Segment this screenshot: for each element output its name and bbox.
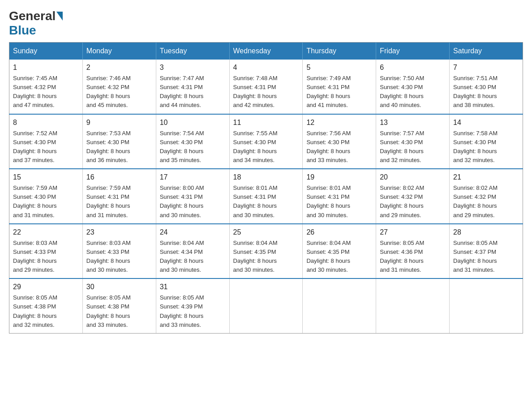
day-info: Sunrise: 7:46 AMSunset: 4:32 PMDaylight:…: [86, 75, 131, 108]
calendar-day-cell: 18 Sunrise: 8:01 AMSunset: 4:31 PMDaylig…: [229, 169, 303, 224]
calendar-day-cell: 22 Sunrise: 8:03 AMSunset: 4:33 PMDaylig…: [9, 224, 83, 279]
weekday-header-saturday: Saturday: [450, 43, 523, 60]
calendar-header-row: SundayMondayTuesdayWednesdayThursdayFrid…: [9, 43, 523, 60]
calendar-week-row: 1 Sunrise: 7:45 AMSunset: 4:32 PMDayligh…: [9, 60, 523, 114]
day-number: 4: [233, 62, 299, 73]
day-info: Sunrise: 8:03 AMSunset: 4:33 PMDaylight:…: [86, 240, 131, 273]
day-number: 24: [160, 227, 226, 238]
day-info: Sunrise: 8:03 AMSunset: 4:33 PMDaylight:…: [13, 240, 57, 273]
day-info: Sunrise: 7:49 AMSunset: 4:31 PMDaylight:…: [306, 75, 351, 108]
calendar-day-cell: 6 Sunrise: 7:50 AMSunset: 4:30 PMDayligh…: [376, 60, 450, 114]
day-number: 16: [86, 172, 152, 183]
day-info: Sunrise: 8:00 AMSunset: 4:31 PMDaylight:…: [160, 184, 204, 218]
day-info: Sunrise: 8:05 AMSunset: 4:38 PMDaylight:…: [13, 294, 57, 328]
day-info: Sunrise: 7:45 AMSunset: 4:32 PMDaylight:…: [13, 75, 57, 108]
day-number: 21: [453, 172, 519, 183]
calendar-day-cell: 11 Sunrise: 7:55 AMSunset: 4:30 PMDaylig…: [229, 114, 303, 169]
day-info: Sunrise: 8:02 AMSunset: 4:32 PMDaylight:…: [453, 184, 498, 218]
calendar-week-row: 15 Sunrise: 7:59 AMSunset: 4:30 PMDaylig…: [9, 169, 523, 224]
calendar-day-cell: 13 Sunrise: 7:57 AMSunset: 4:30 PMDaylig…: [376, 114, 450, 169]
page-header: General Blue: [9, 9, 523, 38]
calendar-day-cell: 20 Sunrise: 8:02 AMSunset: 4:32 PMDaylig…: [376, 169, 450, 224]
day-info: Sunrise: 8:01 AMSunset: 4:31 PMDaylight:…: [233, 184, 278, 218]
day-info: Sunrise: 8:04 AMSunset: 4:34 PMDaylight:…: [160, 240, 204, 273]
day-info: Sunrise: 7:57 AMSunset: 4:30 PMDaylight:…: [380, 130, 424, 163]
day-number: 22: [13, 227, 79, 238]
day-info: Sunrise: 7:59 AMSunset: 4:30 PMDaylight:…: [13, 184, 57, 218]
calendar-day-cell: 15 Sunrise: 7:59 AMSunset: 4:30 PMDaylig…: [9, 169, 83, 224]
calendar-week-row: 29 Sunrise: 8:05 AMSunset: 4:38 PMDaylig…: [9, 278, 523, 333]
day-info: Sunrise: 7:54 AMSunset: 4:30 PMDaylight:…: [160, 130, 204, 163]
calendar-day-cell: 1 Sunrise: 7:45 AMSunset: 4:32 PMDayligh…: [9, 60, 83, 114]
weekday-header-sunday: Sunday: [9, 43, 83, 60]
calendar-day-cell: 9 Sunrise: 7:53 AMSunset: 4:30 PMDayligh…: [82, 114, 156, 169]
calendar-week-row: 8 Sunrise: 7:52 AMSunset: 4:30 PMDayligh…: [9, 114, 523, 169]
weekday-header-wednesday: Wednesday: [229, 43, 303, 60]
day-number: 18: [233, 172, 299, 183]
calendar-day-cell: 2 Sunrise: 7:46 AMSunset: 4:32 PMDayligh…: [82, 60, 156, 114]
calendar-day-cell: 27 Sunrise: 8:05 AMSunset: 4:36 PMDaylig…: [376, 224, 450, 279]
calendar-day-cell: 14 Sunrise: 7:58 AMSunset: 4:30 PMDaylig…: [450, 114, 523, 169]
day-number: 3: [160, 62, 226, 73]
day-number: 13: [380, 117, 446, 128]
day-number: 20: [380, 172, 446, 183]
calendar-day-cell: [376, 278, 450, 333]
day-number: 6: [380, 62, 446, 73]
day-number: 25: [233, 227, 299, 238]
day-info: Sunrise: 7:47 AMSunset: 4:31 PMDaylight:…: [160, 75, 204, 108]
weekday-header-monday: Monday: [82, 43, 156, 60]
day-info: Sunrise: 8:05 AMSunset: 4:37 PMDaylight:…: [453, 240, 498, 273]
day-info: Sunrise: 7:59 AMSunset: 4:31 PMDaylight:…: [86, 184, 131, 218]
day-number: 7: [453, 62, 519, 73]
day-number: 12: [306, 117, 372, 128]
weekday-header-tuesday: Tuesday: [156, 43, 229, 60]
calendar-table: SundayMondayTuesdayWednesdayThursdayFrid…: [9, 42, 523, 334]
day-number: 5: [306, 62, 372, 73]
calendar-day-cell: 17 Sunrise: 8:00 AMSunset: 4:31 PMDaylig…: [156, 169, 229, 224]
day-number: 15: [13, 172, 79, 183]
day-info: Sunrise: 8:01 AMSunset: 4:31 PMDaylight:…: [306, 184, 351, 218]
day-info: Sunrise: 7:55 AMSunset: 4:30 PMDaylight:…: [233, 130, 278, 163]
day-number: 14: [453, 117, 519, 128]
logo-general-text: General: [9, 9, 56, 23]
day-info: Sunrise: 8:05 AMSunset: 4:38 PMDaylight:…: [86, 294, 131, 328]
calendar-day-cell: [303, 278, 376, 333]
calendar-day-cell: 28 Sunrise: 8:05 AMSunset: 4:37 PMDaylig…: [450, 224, 523, 279]
logo-triangle-icon: [56, 12, 63, 21]
day-number: 1: [13, 62, 79, 73]
weekday-header-thursday: Thursday: [303, 43, 376, 60]
calendar-day-cell: 25 Sunrise: 8:04 AMSunset: 4:35 PMDaylig…: [229, 224, 303, 279]
day-number: 28: [453, 227, 519, 238]
calendar-day-cell: 26 Sunrise: 8:04 AMSunset: 4:35 PMDaylig…: [303, 224, 376, 279]
day-number: 11: [233, 117, 299, 128]
day-info: Sunrise: 7:48 AMSunset: 4:31 PMDaylight:…: [233, 75, 278, 108]
day-info: Sunrise: 8:02 AMSunset: 4:32 PMDaylight:…: [380, 184, 424, 218]
day-info: Sunrise: 8:04 AMSunset: 4:35 PMDaylight:…: [233, 240, 278, 273]
calendar-day-cell: 30 Sunrise: 8:05 AMSunset: 4:38 PMDaylig…: [82, 278, 156, 333]
calendar-day-cell: 24 Sunrise: 8:04 AMSunset: 4:34 PMDaylig…: [156, 224, 229, 279]
calendar-day-cell: 23 Sunrise: 8:03 AMSunset: 4:33 PMDaylig…: [82, 224, 156, 279]
calendar-day-cell: 4 Sunrise: 7:48 AMSunset: 4:31 PMDayligh…: [229, 60, 303, 114]
day-number: 19: [306, 172, 372, 183]
calendar-day-cell: 16 Sunrise: 7:59 AMSunset: 4:31 PMDaylig…: [82, 169, 156, 224]
calendar-week-row: 22 Sunrise: 8:03 AMSunset: 4:33 PMDaylig…: [9, 224, 523, 279]
day-number: 31: [160, 282, 226, 292]
day-info: Sunrise: 8:05 AMSunset: 4:36 PMDaylight:…: [380, 240, 424, 273]
calendar-day-cell: [229, 278, 303, 333]
day-info: Sunrise: 8:04 AMSunset: 4:35 PMDaylight:…: [306, 240, 351, 273]
calendar-day-cell: 10 Sunrise: 7:54 AMSunset: 4:30 PMDaylig…: [156, 114, 229, 169]
calendar-day-cell: 3 Sunrise: 7:47 AMSunset: 4:31 PMDayligh…: [156, 60, 229, 114]
day-number: 23: [86, 227, 152, 238]
day-number: 8: [13, 117, 79, 128]
calendar-day-cell: [450, 278, 523, 333]
day-info: Sunrise: 7:50 AMSunset: 4:30 PMDaylight:…: [380, 75, 424, 108]
calendar-day-cell: 19 Sunrise: 8:01 AMSunset: 4:31 PMDaylig…: [303, 169, 376, 224]
day-info: Sunrise: 7:51 AMSunset: 4:30 PMDaylight:…: [453, 75, 498, 108]
weekday-header-friday: Friday: [376, 43, 450, 60]
day-number: 2: [86, 62, 152, 73]
day-number: 10: [160, 117, 226, 128]
calendar-day-cell: 8 Sunrise: 7:52 AMSunset: 4:30 PMDayligh…: [9, 114, 83, 169]
calendar-day-cell: 31 Sunrise: 8:05 AMSunset: 4:39 PMDaylig…: [156, 278, 229, 333]
day-info: Sunrise: 7:56 AMSunset: 4:30 PMDaylight:…: [306, 130, 351, 163]
day-number: 9: [86, 117, 152, 128]
